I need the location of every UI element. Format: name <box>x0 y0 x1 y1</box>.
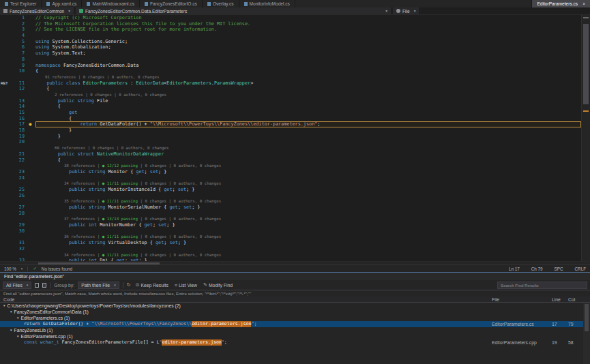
editor-line[interactable]: 4 <box>0 33 581 39</box>
document-tab[interactable]: MainWindow.xaml.cs <box>82 0 140 7</box>
find-result-row[interactable]: const wchar_t FancyZonesEditorParameters… <box>0 339 590 346</box>
find-group-row[interactable]: ▾FancyZonesEditorCommon\Data (1) <box>0 309 590 315</box>
codelens-row[interactable]: 35 references | ● 11/11 passing | 0 chan… <box>0 198 581 204</box>
editor-line[interactable]: 6using System.Globalization; <box>0 44 581 50</box>
find-group-row[interactable]: ▾EditorParameters.cpp (1) <box>0 333 590 339</box>
editor-line[interactable]: 17 return GetDataFolder() + "\\Microsoft… <box>0 121 581 127</box>
document-tab[interactable]: MonitorInfoModel.cs <box>239 0 295 7</box>
editor-line[interactable]: 1// Copyright (c) Microsoft Corporation <box>0 15 581 21</box>
editor-line[interactable]: RET11 public class EditorParameters : Ed… <box>0 80 581 87</box>
search-find-results-input[interactable] <box>497 282 587 289</box>
editor-line[interactable]: 19 } <box>0 134 581 140</box>
editor-line[interactable]: 16 { <box>0 116 581 122</box>
find-result-row[interactable]: return GetDataFolder() + "\\Microsoft\\P… <box>0 321 590 327</box>
editor-line[interactable]: 25 public string MonitorInstanceId { get… <box>0 187 581 193</box>
horizontal-scrollbar[interactable] <box>0 261 590 264</box>
issues-status[interactable]: No issues found <box>42 267 72 271</box>
codelens-text[interactable]: 2 references | 0 changes | 0 authors, 0 … <box>35 92 581 98</box>
chevron-down-icon[interactable]: ▾ <box>21 267 23 271</box>
editor-line[interactable]: 22 { <box>0 157 581 164</box>
codelens-text[interactable]: 36 references | ● 11/11 passing | 0 chan… <box>35 234 581 240</box>
codelens-row[interactable]: 36 references | ● 11/11 passing | 0 chan… <box>0 234 581 240</box>
document-tab[interactable]: Test Explorer <box>0 0 42 7</box>
results-scrollbar[interactable] <box>583 303 590 364</box>
codelens-row[interactable]: 60 references | 0 changes | 0 authors, 0… <box>0 145 581 151</box>
scrollbar-thumb[interactable] <box>585 304 589 331</box>
expander-icon[interactable]: ▾ <box>17 333 19 339</box>
editor-line[interactable]: 27 public string MonitorSerialNumber { g… <box>0 204 581 211</box>
codelens-row[interactable]: 34 references | ● 11/11 passing | 0 chan… <box>0 252 581 258</box>
editor-line[interactable]: 8 <box>0 57 581 63</box>
document-tab[interactable]: App.xaml.cs <box>42 0 82 7</box>
editor-line[interactable]: 28 <box>0 211 581 217</box>
project-dropdown[interactable]: FancyZonesEditorCommon ▾ <box>0 7 74 15</box>
codelens-row[interactable]: 37 references | ● 13/13 passing | 0 chan… <box>0 216 581 222</box>
spaces-indicator[interactable]: SPC <box>555 267 563 271</box>
codelens-row[interactable]: 2 references | 0 changes | 0 authors, 0 … <box>0 92 581 98</box>
expander-icon[interactable]: ▾ <box>17 315 19 321</box>
codelens-text[interactable]: 91 references | 0 changes | 0 authors, 0… <box>35 74 581 80</box>
vertical-scrollbar[interactable] <box>581 15 590 261</box>
editor-line[interactable]: 23 public string Monitor { get; set; } <box>0 169 581 175</box>
tab-editorparameters[interactable]: EditorParameters.cs × <box>531 0 590 7</box>
find-group-row[interactable]: ▾EditorParameters.cs (1) <box>0 315 590 321</box>
find-group-row[interactable]: ▾C:\Users\zhaopengwang\Desktop\powertoys… <box>0 303 590 309</box>
find-group-row[interactable]: ▾FancyZonesLib (1) <box>0 327 590 333</box>
open-file-icon[interactable] <box>35 283 39 288</box>
editor-line[interactable]: 21 public struct NativeMonitorDataWrappe… <box>0 151 581 157</box>
editor-line[interactable]: 2// The Microsoft Corporation licenses t… <box>0 21 581 27</box>
codelens-row[interactable]: 91 references | 0 changes | 0 authors, 0… <box>0 74 581 80</box>
column-col[interactable]: Col <box>568 297 582 302</box>
codelens-text[interactable]: 34 references | ● 11/11 passing | 0 chan… <box>35 252 581 258</box>
type-breadcrumb-dropdown[interactable]: FancyZonesEditorCommon.Data.EditorParame… <box>76 7 391 15</box>
codelens-row[interactable]: 38 references | ● 12/12 passing | 0 chan… <box>0 163 581 169</box>
scrollbar-thumb[interactable] <box>583 24 589 104</box>
modify-find-button[interactable]: ✎ Modify Find <box>202 282 234 288</box>
editor-line[interactable]: 3// See the LICENSE file in the project … <box>0 27 581 33</box>
column-line[interactable]: Line <box>552 297 568 302</box>
column-indicator[interactable]: Ch 79 <box>531 267 543 271</box>
editor-line[interactable]: 7using System.Text; <box>0 50 581 57</box>
editor-line[interactable]: 29 public int MonitorNumber { get; set; … <box>0 222 581 228</box>
codelens-text[interactable]: 35 references | ● 11/11 passing | 0 chan… <box>35 198 581 204</box>
codelens-text[interactable]: 60 references | 0 changes | 0 authors, 0… <box>35 145 581 151</box>
scope-dropdown[interactable]: All Files ▾ <box>3 282 31 289</box>
editor-line[interactable]: 12 { <box>0 86 581 92</box>
editor-line[interactable]: 24 <box>0 175 581 181</box>
refresh-icon[interactable]: ↻ <box>127 282 131 288</box>
editor-line[interactable]: 26 <box>0 193 581 199</box>
editor-line[interactable]: 13 public string File <box>0 98 581 104</box>
codelens-text[interactable]: 34 references | ● 11/11 passing | 0 chan… <box>35 181 581 187</box>
editor-line[interactable]: 20 <box>0 139 581 145</box>
group-by-dropdown[interactable]: Path then File ▾ <box>78 282 119 289</box>
editor-line[interactable]: 10{ <box>0 68 581 74</box>
editor-line[interactable]: 18 } <box>0 127 581 134</box>
document-tab[interactable]: Overlay.cs <box>203 0 239 7</box>
close-icon[interactable]: × <box>582 1 585 6</box>
editor-line[interactable]: 5using System.Collections.Generic; <box>0 39 581 45</box>
copy-results-icon[interactable] <box>42 283 46 288</box>
keep-results-button[interactable]: ⊙ Keep Results <box>134 282 170 288</box>
document-tab[interactable]: FancyZonesEditorIO.cs <box>140 0 203 7</box>
editor-line[interactable]: 31 public string VirtualDesktop { get; s… <box>0 240 581 246</box>
column-code[interactable]: Code <box>0 297 492 302</box>
line-indicator[interactable]: Ln 17 <box>509 267 520 271</box>
member-dropdown[interactable]: File ▾ <box>393 7 419 15</box>
codelens-row[interactable]: 34 references | ● 11/11 passing | 0 chan… <box>0 181 581 187</box>
editor-line[interactable]: 14 { <box>0 104 581 110</box>
column-file[interactable]: File <box>492 297 552 302</box>
eol-indicator[interactable]: CRLF <box>575 267 586 271</box>
list-view-button[interactable]: ≡ List View <box>173 283 198 288</box>
editor-line[interactable]: 15 get <box>0 110 581 116</box>
editor-line[interactable]: 32 <box>0 246 581 252</box>
lightbulb-icon[interactable] <box>29 123 32 126</box>
code-editor[interactable]: 1// Copyright (c) Microsoft Corporation2… <box>0 15 590 261</box>
expander-icon[interactable]: ▾ <box>10 309 12 315</box>
expander-icon[interactable]: ▾ <box>3 303 5 309</box>
editor-line[interactable]: 30 <box>0 228 581 234</box>
scrollbar-thumb[interactable] <box>38 262 160 264</box>
zoom-level[interactable]: 100 % <box>4 267 16 271</box>
editor-line[interactable]: 9namespace FancyZonesEditorCommon.Data <box>0 63 581 69</box>
codelens-text[interactable]: 37 references | ● 13/13 passing | 0 chan… <box>35 216 581 222</box>
codelens-text[interactable]: 38 references | ● 12/12 passing | 0 chan… <box>35 163 581 169</box>
